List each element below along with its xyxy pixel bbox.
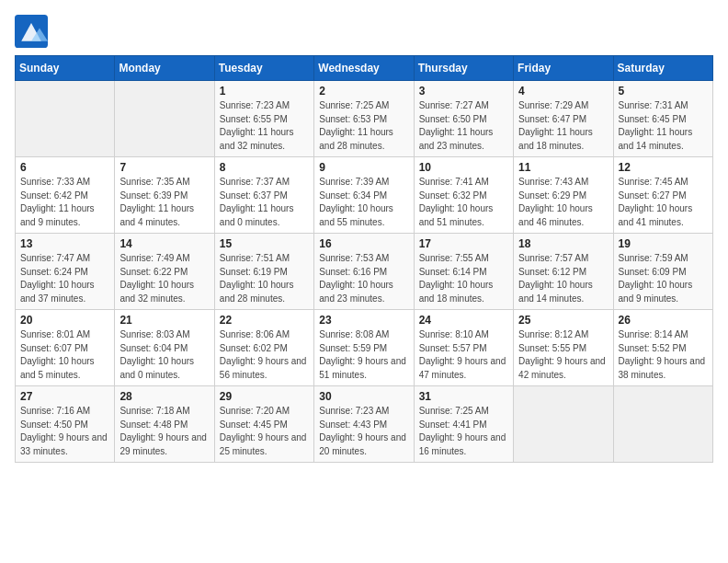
weekday-header: Thursday bbox=[414, 56, 513, 81]
day-number: 23 bbox=[319, 314, 408, 327]
weekday-header: Friday bbox=[514, 56, 613, 81]
calendar-cell: 29Sunrise: 7:20 AMSunset: 4:45 PMDayligh… bbox=[214, 386, 313, 463]
calendar-cell: 6Sunrise: 7:33 AMSunset: 6:42 PMDaylight… bbox=[16, 157, 115, 234]
cell-content: Sunrise: 8:12 AMSunset: 5:55 PMDaylight:… bbox=[518, 328, 608, 382]
calendar-cell bbox=[115, 81, 214, 157]
calendar-cell: 17Sunrise: 7:55 AMSunset: 6:14 PMDayligh… bbox=[414, 234, 513, 310]
calendar-week-row: 1Sunrise: 7:23 AMSunset: 6:55 PMDaylight… bbox=[16, 81, 713, 157]
page-header bbox=[15, 15, 713, 48]
cell-content: Sunrise: 8:01 AMSunset: 6:07 PMDaylight:… bbox=[20, 328, 109, 382]
weekday-header: Monday bbox=[115, 56, 214, 81]
cell-content: Sunrise: 7:25 AMSunset: 4:41 PMDaylight:… bbox=[419, 405, 508, 458]
day-number: 11 bbox=[518, 161, 608, 174]
calendar-cell bbox=[16, 81, 115, 157]
calendar-cell: 26Sunrise: 8:14 AMSunset: 5:52 PMDayligh… bbox=[613, 310, 712, 386]
calendar-cell: 9Sunrise: 7:39 AMSunset: 6:34 PMDaylight… bbox=[314, 157, 414, 234]
calendar-cell: 25Sunrise: 8:12 AMSunset: 5:55 PMDayligh… bbox=[514, 310, 613, 386]
cell-content: Sunrise: 7:31 AMSunset: 6:45 PMDaylight:… bbox=[619, 99, 708, 153]
weekday-header: Sunday bbox=[16, 56, 115, 81]
calendar-cell: 18Sunrise: 7:57 AMSunset: 6:12 PMDayligh… bbox=[514, 234, 613, 310]
day-number: 13 bbox=[20, 237, 109, 250]
calendar-cell: 19Sunrise: 7:59 AMSunset: 6:09 PMDayligh… bbox=[613, 234, 712, 310]
day-number: 21 bbox=[119, 314, 209, 327]
day-number: 22 bbox=[220, 314, 309, 327]
day-number: 25 bbox=[518, 314, 608, 327]
calendar-cell: 20Sunrise: 8:01 AMSunset: 6:07 PMDayligh… bbox=[16, 310, 115, 386]
cell-content: Sunrise: 7:33 AMSunset: 6:42 PMDaylight:… bbox=[20, 176, 109, 229]
calendar-cell: 28Sunrise: 7:18 AMSunset: 4:48 PMDayligh… bbox=[115, 386, 214, 463]
calendar-cell: 30Sunrise: 7:23 AMSunset: 4:43 PMDayligh… bbox=[314, 386, 414, 463]
calendar-cell: 21Sunrise: 8:03 AMSunset: 6:04 PMDayligh… bbox=[115, 310, 214, 386]
cell-content: Sunrise: 7:57 AMSunset: 6:12 PMDaylight:… bbox=[518, 252, 608, 305]
calendar-week-row: 27Sunrise: 7:16 AMSunset: 4:50 PMDayligh… bbox=[16, 386, 713, 463]
calendar-table: SundayMondayTuesdayWednesdayThursdayFrid… bbox=[15, 55, 713, 463]
cell-content: Sunrise: 7:43 AMSunset: 6:29 PMDaylight:… bbox=[518, 176, 608, 229]
cell-content: Sunrise: 7:25 AMSunset: 6:53 PMDaylight:… bbox=[319, 99, 408, 153]
weekday-header: Wednesday bbox=[314, 56, 414, 81]
day-number: 8 bbox=[220, 161, 309, 174]
weekday-header-row: SundayMondayTuesdayWednesdayThursdayFrid… bbox=[16, 56, 713, 81]
day-number: 5 bbox=[619, 85, 708, 98]
day-number: 24 bbox=[419, 314, 508, 327]
cell-content: Sunrise: 7:27 AMSunset: 6:50 PMDaylight:… bbox=[419, 99, 508, 153]
cell-content: Sunrise: 7:51 AMSunset: 6:19 PMDaylight:… bbox=[220, 252, 309, 305]
cell-content: Sunrise: 7:47 AMSunset: 6:24 PMDaylight:… bbox=[20, 252, 109, 305]
cell-content: Sunrise: 7:45 AMSunset: 6:27 PMDaylight:… bbox=[619, 176, 708, 229]
cell-content: Sunrise: 8:10 AMSunset: 5:57 PMDaylight:… bbox=[419, 328, 508, 382]
day-number: 19 bbox=[619, 237, 708, 250]
day-number: 30 bbox=[319, 390, 408, 403]
day-number: 4 bbox=[518, 85, 608, 98]
calendar-week-row: 13Sunrise: 7:47 AMSunset: 6:24 PMDayligh… bbox=[16, 234, 713, 310]
day-number: 31 bbox=[419, 390, 508, 403]
cell-content: Sunrise: 8:14 AMSunset: 5:52 PMDaylight:… bbox=[619, 328, 708, 382]
calendar-cell: 22Sunrise: 8:06 AMSunset: 6:02 PMDayligh… bbox=[214, 310, 313, 386]
cell-content: Sunrise: 7:16 AMSunset: 4:50 PMDaylight:… bbox=[20, 405, 109, 458]
cell-content: Sunrise: 7:53 AMSunset: 6:16 PMDaylight:… bbox=[319, 252, 408, 305]
day-number: 3 bbox=[419, 85, 508, 98]
cell-content: Sunrise: 7:23 AMSunset: 4:43 PMDaylight:… bbox=[319, 405, 408, 458]
day-number: 12 bbox=[619, 161, 708, 174]
weekday-header: Tuesday bbox=[214, 56, 313, 81]
cell-content: Sunrise: 8:06 AMSunset: 6:02 PMDaylight:… bbox=[220, 328, 309, 382]
calendar-cell: 5Sunrise: 7:31 AMSunset: 6:45 PMDaylight… bbox=[613, 81, 712, 157]
calendar-week-row: 20Sunrise: 8:01 AMSunset: 6:07 PMDayligh… bbox=[16, 310, 713, 386]
cell-content: Sunrise: 7:39 AMSunset: 6:34 PMDaylight:… bbox=[319, 176, 408, 229]
calendar-cell: 11Sunrise: 7:43 AMSunset: 6:29 PMDayligh… bbox=[514, 157, 613, 234]
day-number: 1 bbox=[220, 85, 309, 98]
day-number: 27 bbox=[20, 390, 109, 403]
cell-content: Sunrise: 7:41 AMSunset: 6:32 PMDaylight:… bbox=[419, 176, 508, 229]
day-number: 20 bbox=[20, 314, 109, 327]
calendar-cell: 3Sunrise: 7:27 AMSunset: 6:50 PMDaylight… bbox=[414, 81, 513, 157]
calendar-cell: 4Sunrise: 7:29 AMSunset: 6:47 PMDaylight… bbox=[514, 81, 613, 157]
day-number: 17 bbox=[419, 237, 508, 250]
calendar-cell bbox=[514, 386, 613, 463]
calendar-cell bbox=[613, 386, 712, 463]
cell-content: Sunrise: 8:08 AMSunset: 5:59 PMDaylight:… bbox=[319, 328, 408, 382]
calendar-cell: 14Sunrise: 7:49 AMSunset: 6:22 PMDayligh… bbox=[115, 234, 214, 310]
calendar-cell: 16Sunrise: 7:53 AMSunset: 6:16 PMDayligh… bbox=[314, 234, 414, 310]
calendar-cell: 12Sunrise: 7:45 AMSunset: 6:27 PMDayligh… bbox=[613, 157, 712, 234]
day-number: 2 bbox=[319, 85, 408, 98]
day-number: 10 bbox=[419, 161, 508, 174]
cell-content: Sunrise: 8:03 AMSunset: 6:04 PMDaylight:… bbox=[119, 328, 209, 382]
day-number: 29 bbox=[220, 390, 309, 403]
cell-content: Sunrise: 7:55 AMSunset: 6:14 PMDaylight:… bbox=[419, 252, 508, 305]
cell-content: Sunrise: 7:59 AMSunset: 6:09 PMDaylight:… bbox=[619, 252, 708, 305]
calendar-cell: 1Sunrise: 7:23 AMSunset: 6:55 PMDaylight… bbox=[214, 81, 313, 157]
day-number: 14 bbox=[119, 237, 209, 250]
cell-content: Sunrise: 7:20 AMSunset: 4:45 PMDaylight:… bbox=[220, 405, 309, 458]
calendar-cell: 2Sunrise: 7:25 AMSunset: 6:53 PMDaylight… bbox=[314, 81, 414, 157]
cell-content: Sunrise: 7:29 AMSunset: 6:47 PMDaylight:… bbox=[518, 99, 608, 153]
day-number: 28 bbox=[119, 390, 209, 403]
logo-icon bbox=[15, 15, 48, 48]
day-number: 16 bbox=[319, 237, 408, 250]
day-number: 6 bbox=[20, 161, 109, 174]
calendar-cell: 23Sunrise: 8:08 AMSunset: 5:59 PMDayligh… bbox=[314, 310, 414, 386]
logo bbox=[15, 15, 51, 48]
calendar-cell: 31Sunrise: 7:25 AMSunset: 4:41 PMDayligh… bbox=[414, 386, 513, 463]
day-number: 15 bbox=[220, 237, 309, 250]
day-number: 7 bbox=[119, 161, 209, 174]
calendar-cell: 15Sunrise: 7:51 AMSunset: 6:19 PMDayligh… bbox=[214, 234, 313, 310]
day-number: 18 bbox=[518, 237, 608, 250]
cell-content: Sunrise: 7:37 AMSunset: 6:37 PMDaylight:… bbox=[220, 176, 309, 229]
